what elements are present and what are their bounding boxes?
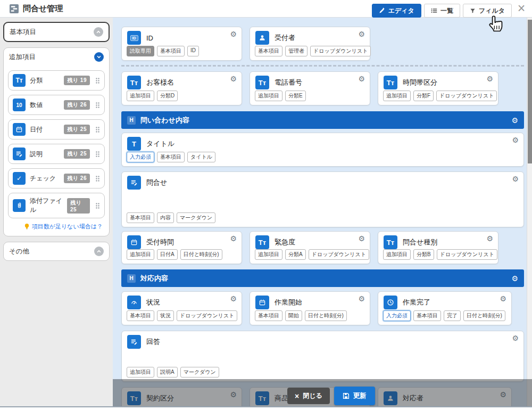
palette-item-check[interactable]: ✓ チェック 残り 26 [8, 168, 105, 188]
tag-list: 基本項目 内容 マークダウン [127, 212, 215, 223]
drag-handle-icon[interactable] [95, 202, 100, 209]
field-card-answer[interactable]: 回答 ⚙ 追加項目 説明A マークダウン [121, 331, 524, 382]
panel-other: その他 [3, 242, 110, 261]
gear-icon[interactable]: ⚙ [512, 136, 519, 144]
drag-handle-icon[interactable] [95, 151, 100, 158]
tag-list: 基本項目 管理者 ドロップダウンリスト [255, 46, 371, 56]
field-card-inquiry-type[interactable]: Tт 問合せ種別 ⚙ 追加項目 分類B ドロップダウンリスト [378, 231, 498, 264]
palette-item-label: 日付 [30, 125, 43, 134]
section-header-response[interactable]: H 対応内容 ⚙ [121, 269, 524, 287]
tag-list: 入力必須 基本項目 完了 日付と時刻(分) [383, 310, 505, 321]
description-icon [13, 147, 26, 160]
field-card-receptionist[interactable]: 受付者 ⚙ 基本項目 管理者 ドロップダウンリスト [250, 27, 370, 61]
drag-handle-icon[interactable] [95, 77, 100, 84]
description-icon [127, 176, 141, 190]
tag: マークダウン [177, 212, 215, 223]
gear-icon[interactable]: ⚙ [512, 334, 519, 342]
panel-basic-header[interactable]: 基本項目 [4, 23, 109, 41]
gear-icon[interactable]: ⚙ [486, 235, 493, 242]
gear-icon[interactable]: ⚙ [230, 30, 237, 38]
help-link-label: 項目数が足りない場合は？ [32, 223, 103, 231]
gear-icon[interactable]: ⚙ [230, 295, 237, 302]
chevron-up-icon[interactable] [94, 27, 103, 37]
person-icon [255, 31, 269, 45]
field-card-status[interactable]: 状況 ⚙ 基本項目 状況 ドロップダウンリスト [121, 291, 242, 325]
gear-icon[interactable]: ⚙ [358, 75, 365, 83]
text-field-icon: Tт [255, 76, 269, 89]
gear-icon[interactable]: ⚙ [486, 75, 493, 83]
palette-item-attachment[interactable]: 添付ファイル 残り 25 [8, 193, 105, 218]
filter-icon [470, 7, 476, 14]
gear-icon[interactable]: ⚙ [358, 295, 365, 302]
tag: 基本項目 [255, 46, 282, 56]
gear-icon[interactable]: ⚙ [511, 275, 518, 282]
tag: 基本項目 [413, 310, 441, 321]
title-bar: 問合せ管理 エディタ 一覧 フィ [0, 0, 532, 18]
card-title: 受付者 [275, 33, 295, 43]
vertical-scrollbar[interactable] [527, 18, 532, 407]
gear-icon[interactable]: ⚙ [511, 117, 518, 124]
app-logo-icon [10, 4, 19, 13]
card-title: ID [146, 34, 153, 42]
page-title: 問合せ管理 [23, 4, 63, 14]
tab-editor-label: エディタ [388, 6, 414, 15]
field-card-phone[interactable]: Tт 電話番号 ⚙ 追加項目 分類E [250, 71, 370, 105]
field-card-inquiry-body[interactable]: 問合せ ⚙ 基本項目 内容 マークダウン [121, 171, 524, 227]
palette-item-label: 添付ファイル [30, 196, 63, 215]
tag: ドロップダウンリスト [177, 310, 237, 321]
palette-item-category[interactable]: Tт 分類 残り 19 [8, 70, 105, 91]
drag-handle-icon[interactable] [95, 175, 100, 182]
field-card-title[interactable]: T タイトル ⚙ 入力必須 基本項目 タイトル [121, 133, 524, 167]
field-card-time-zone[interactable]: Tт 時間帯区分 ⚙ 追加項目 分類F ドロップダウンリスト [378, 71, 498, 105]
tag: 追加項目 [127, 367, 154, 378]
card-title: 問合せ [146, 178, 167, 187]
field-card-customer-name[interactable]: Tт お客様名 ⚙ 追加項目 分類D [121, 71, 242, 105]
close-icon[interactable]: × [515, 0, 528, 16]
tab-list[interactable]: 一覧 [424, 4, 460, 18]
panel-additional-header[interactable]: 追加項目 [4, 48, 109, 66]
scrollbar-thumb[interactable] [528, 20, 532, 163]
chevron-down-icon[interactable] [94, 52, 104, 62]
field-card-work-end[interactable]: 作業完了 ⚙ 入力必須 基本項目 完了 日付と時刻(分) [378, 291, 512, 325]
field-card-reception-time[interactable]: 受付時間 ⚙ 追加項目 日付A 日付と時刻(分) [121, 231, 242, 264]
panel-other-header[interactable]: その他 [4, 242, 109, 260]
gear-icon[interactable]: ⚙ [358, 235, 365, 242]
drag-handle-icon[interactable] [95, 126, 100, 133]
card-title: 作業完了 [403, 298, 430, 307]
section-title: 問い合わせ内容 [140, 116, 189, 125]
drag-handle-icon[interactable] [95, 102, 100, 109]
palette-item-date[interactable]: 日付 残り 25 [8, 119, 105, 140]
gear-icon[interactable]: ⚙ [500, 295, 506, 302]
chevron-up-icon[interactable] [94, 247, 104, 256]
close-icon: × [295, 392, 299, 400]
tab-editor[interactable]: エディタ [372, 4, 421, 18]
tag-list: 追加項目 分類A ドロップダウンリスト [255, 249, 369, 260]
tab-filter[interactable]: フィルタ [463, 4, 512, 18]
gear-icon[interactable]: ⚙ [230, 235, 237, 242]
tag: 分類A [285, 249, 306, 260]
section-header-inquiry[interactable]: H 問い合わせ内容 ⚙ [121, 111, 524, 129]
basic-additional-divider [121, 65, 524, 67]
list-icon [431, 7, 437, 14]
tag-list: 読取専用 基本項目 ID [127, 46, 199, 56]
palette-item-number[interactable]: 10 数値 残り 26 [8, 95, 105, 115]
tag: 追加項目 [383, 91, 411, 101]
gear-icon[interactable]: ⚙ [358, 30, 365, 38]
help-link[interactable]: 項目数が足りない場合は？ [10, 223, 103, 231]
heading-icon: H [127, 116, 136, 125]
field-card-id[interactable]: ID ID ⚙ 読取専用 基本項目 ID [121, 27, 242, 61]
palette-item-description[interactable]: 説明 残り 25 [8, 144, 105, 164]
panel-title: 追加項目 [9, 53, 36, 62]
tag: 日付と時刻(分) [463, 310, 505, 321]
gear-icon[interactable]: ⚙ [230, 75, 237, 83]
tab-list-label: 一覧 [440, 6, 453, 15]
tag: 基本項目 [157, 152, 185, 162]
tag: 基本項目 [127, 310, 154, 321]
close-editor-button[interactable]: × 閉じる [287, 388, 330, 404]
gear-icon[interactable]: ⚙ [512, 175, 519, 183]
palette-item-label: 説明 [30, 150, 43, 159]
field-card-urgency[interactable]: Tт 緊急度 ⚙ 追加項目 分類A ドロップダウンリスト [250, 231, 370, 264]
field-card-work-start[interactable]: 作業開始 ⚙ 基本項目 開始 日付と時刻(分) [250, 291, 370, 325]
window-bottom-edge [0, 406, 532, 407]
update-button[interactable]: 更新 [334, 387, 375, 405]
